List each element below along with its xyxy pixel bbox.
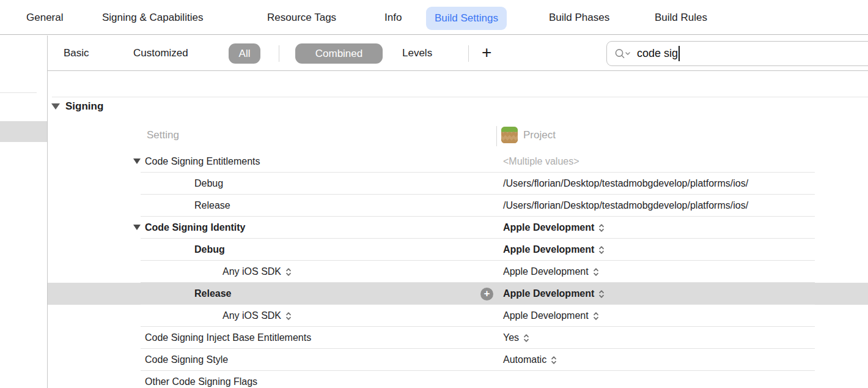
navigator-sidebar-sliver: [0, 35, 48, 388]
setting-label: Code Signing Entitlements: [145, 151, 260, 173]
column-header-project: Project: [523, 129, 556, 141]
setting-value[interactable]: Apple Development: [503, 217, 605, 239]
setting-label: Debug: [194, 173, 223, 195]
popup-chevron-icon: [551, 356, 557, 365]
build-setting-row[interactable]: Other Code Signing Flags: [48, 371, 868, 388]
project-icon: [501, 127, 518, 143]
popup-chevron-icon: [523, 334, 529, 343]
setting-label-text: Code Signing Style: [145, 354, 228, 365]
setting-value-text: Yes: [503, 332, 519, 343]
popup-chevron-icon: [285, 312, 292, 321]
setting-value[interactable]: Apple Development: [503, 305, 599, 327]
column-header-setting: Setting: [147, 129, 179, 141]
search-input[interactable]: code sig: [606, 41, 868, 66]
section-header-signing[interactable]: Signing: [51, 99, 103, 114]
toolbar-divider: [279, 45, 279, 62]
setting-label-text: Code Signing Entitlements: [145, 156, 260, 167]
setting-label-text: Debug: [194, 178, 223, 189]
setting-value-text: Apple Development: [503, 288, 594, 299]
popup-chevron-icon: [285, 267, 292, 277]
setting-label: Any iOS SDK: [223, 261, 292, 283]
section-title: Signing: [65, 100, 103, 113]
build-setting-row[interactable]: Debug/Users/florian/Desktop/testadmobgde…: [48, 173, 868, 195]
setting-value[interactable]: Apple Development: [503, 261, 599, 283]
setting-value-text: Apple Development: [503, 266, 589, 277]
build-setting-row[interactable]: Release/Users/florian/Desktop/testadmobg…: [48, 195, 868, 217]
disclosure-triangle-icon[interactable]: [51, 103, 60, 110]
setting-value-text: /Users/florian/Desktop/testadmobgdevelop…: [503, 178, 748, 189]
setting-label: Code Signing Style: [145, 349, 228, 371]
setting-label-text: Debug: [194, 244, 225, 255]
tab-build-rules[interactable]: Build Rules: [655, 0, 707, 35]
setting-value[interactable]: /Users/florian/Desktop/testadmobgdevelop…: [503, 173, 748, 195]
tab-build-settings[interactable]: Build Settings: [426, 7, 507, 30]
setting-label: Release: [194, 195, 230, 217]
search-icon: [614, 48, 631, 59]
setting-value[interactable]: <Multiple values>: [503, 151, 579, 173]
build-setting-row[interactable]: Code Signing Inject Base EntitlementsYes: [48, 327, 868, 349]
disclosure-triangle-icon[interactable]: [133, 225, 141, 230]
setting-value-text: Automatic: [503, 354, 546, 365]
setting-label: Other Code Signing Flags: [145, 371, 257, 388]
target-tab-bar: General Signing & Capabilities Resource …: [0, 0, 868, 35]
setting-label-text: Release: [194, 200, 230, 211]
build-setting-row[interactable]: Release+Apple Development: [48, 283, 868, 305]
sidebar-selected-row[interactable]: [0, 121, 47, 142]
setting-value-text: <Multiple values>: [503, 156, 579, 167]
search-query-text: code sig: [637, 47, 678, 60]
setting-value-text: /Users/florian/Desktop/testadmobgdevelop…: [503, 200, 748, 211]
build-setting-row[interactable]: Code Signing Entitlements<Multiple value…: [48, 151, 868, 173]
popup-chevron-icon: [598, 223, 605, 233]
setting-label: Any iOS SDK: [223, 305, 292, 327]
setting-label: Code Signing Identity: [145, 217, 245, 239]
tab-resource-tags[interactable]: Resource Tags: [267, 0, 336, 35]
setting-value[interactable]: Apple Development: [503, 283, 605, 305]
popup-chevron-icon: [593, 267, 599, 277]
view-combined[interactable]: Combined: [295, 43, 383, 64]
setting-label: Code Signing Inject Base Entitlements: [145, 327, 311, 349]
build-setting-row[interactable]: Code Signing IdentityApple Development: [48, 217, 868, 239]
setting-label: Debug: [194, 239, 225, 261]
filter-all[interactable]: All: [229, 43, 260, 64]
filter-customized[interactable]: Customized: [133, 35, 188, 71]
add-value-button[interactable]: +: [480, 288, 493, 300]
tab-info[interactable]: Info: [384, 0, 402, 35]
disclosure-triangle-icon[interactable]: [133, 159, 141, 164]
setting-value[interactable]: Automatic: [503, 349, 557, 371]
setting-label-text: Other Code Signing Flags: [145, 376, 257, 387]
build-setting-row[interactable]: DebugApple Development: [48, 239, 868, 261]
setting-value[interactable]: Apple Development: [503, 239, 605, 261]
add-setting-button[interactable]: +: [482, 35, 491, 71]
view-levels[interactable]: Levels: [402, 35, 432, 71]
column-divider: [496, 126, 497, 146]
popup-chevron-icon: [593, 312, 599, 321]
tab-build-phases[interactable]: Build Phases: [549, 0, 609, 35]
build-setting-row[interactable]: Any iOS SDKApple Development: [48, 305, 868, 327]
build-setting-row[interactable]: Any iOS SDKApple Development: [48, 261, 868, 283]
setting-value[interactable]: Yes: [503, 327, 529, 349]
setting-label-text: Code Signing Inject Base Entitlements: [145, 332, 311, 343]
setting-value-text: Apple Development: [503, 222, 594, 233]
setting-value-text: Apple Development: [503, 310, 589, 321]
popup-chevron-icon: [598, 289, 605, 299]
content-divider: [52, 97, 868, 97]
sidebar-divider: [0, 92, 37, 93]
setting-value-text: Apple Development: [503, 244, 594, 255]
setting-label-text: Release: [194, 288, 232, 299]
setting-label-text: Code Signing Identity: [145, 222, 245, 233]
toolbar-divider: [468, 45, 469, 62]
setting-value[interactable]: /Users/florian/Desktop/testadmobgdevelop…: [503, 195, 748, 217]
setting-label-text: Any iOS SDK: [223, 310, 281, 321]
text-cursor: [679, 46, 680, 61]
tab-signing-capabilities[interactable]: Signing & Capabilities: [102, 0, 203, 35]
setting-label: Release: [194, 283, 232, 305]
build-setting-row[interactable]: Code Signing StyleAutomatic: [48, 349, 868, 371]
build-settings-toolbar: Basic Customized All Combined Levels + c…: [48, 35, 868, 71]
popup-chevron-icon: [598, 245, 605, 255]
setting-label-text: Any iOS SDK: [223, 266, 281, 277]
filter-basic[interactable]: Basic: [64, 35, 89, 71]
tab-general[interactable]: General: [26, 0, 63, 35]
